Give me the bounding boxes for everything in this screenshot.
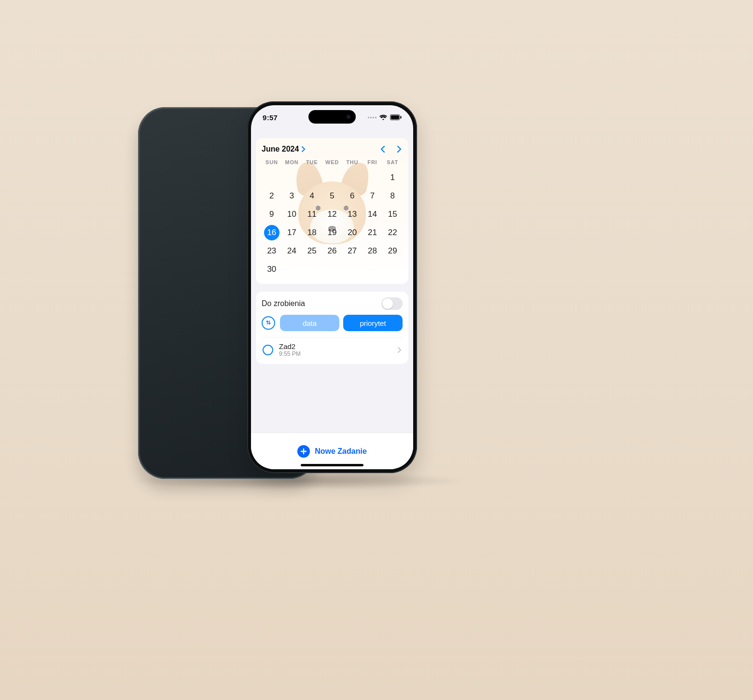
calendar-day[interactable]: 21: [363, 224, 383, 241]
camera-module: [147, 116, 237, 208]
calendar-dow: TUE: [302, 159, 322, 165]
sort-arrows-icon: [265, 319, 272, 327]
calendar-day[interactable]: 12: [322, 206, 342, 223]
calendar-day[interactable]: 11: [302, 206, 322, 223]
tasks-filters: data priorytet: [262, 315, 403, 331]
calendar-dow-row: SUNMONTUEWEDTHUFRISAT: [262, 159, 403, 165]
calendar-nav: [379, 145, 403, 154]
calendar-dow: FRI: [363, 159, 383, 165]
calendar-day[interactable]: 30: [262, 261, 282, 278]
add-task-button[interactable]: Nowe Zadanie: [297, 445, 367, 458]
calendar-day[interactable]: 10: [282, 206, 302, 223]
content: June 2024 SUNMONTUEWEDTHUFRISAT 12345678…: [251, 133, 413, 469]
calendar-day[interactable]: 13: [342, 206, 363, 223]
task-title: Zad2: [279, 342, 391, 350]
tasks-card: Do zrobienia data priorytet Zad29:55 PM: [256, 292, 408, 364]
chevron-right-icon: [301, 146, 306, 153]
calendar-day[interactable]: 20: [342, 224, 363, 241]
calendar-day[interactable]: 5: [322, 187, 342, 205]
calendar-day[interactable]: 22: [382, 224, 403, 241]
segmented-control: data priorytet: [280, 315, 403, 331]
calendar-day[interactable]: 14: [363, 206, 383, 223]
status-time: 9:57: [263, 113, 278, 122]
calendar-day[interactable]: 9: [262, 206, 282, 223]
calendar-month-label: June 2024: [262, 145, 299, 154]
calendar-day[interactable]: 7: [363, 187, 383, 205]
calendar-day[interactable]: 16: [264, 225, 279, 240]
task-row[interactable]: Zad29:55 PM: [262, 337, 403, 362]
calendar-day[interactable]: 6: [342, 187, 363, 205]
plus-circle-icon: [297, 445, 310, 458]
calendar-day[interactable]: 4: [302, 187, 322, 205]
tasks-header: Do zrobienia: [262, 297, 403, 310]
screen: 9:57: [251, 105, 413, 469]
camera-lens-icon: [154, 166, 189, 201]
sort-button[interactable]: [262, 316, 275, 330]
mic-dot-icon: [223, 183, 226, 186]
calendar-dow: THU: [342, 159, 363, 165]
front-camera-icon: [346, 114, 351, 119]
calendar-day[interactable]: 15: [382, 206, 403, 223]
calendar-day[interactable]: 24: [282, 242, 302, 260]
calendar-dow: WED: [322, 159, 342, 165]
calendar-day[interactable]: 2: [262, 187, 282, 205]
calendar-day[interactable]: 25: [302, 242, 322, 260]
task-time: 9:55 PM: [279, 350, 391, 357]
battery-icon: [390, 114, 402, 120]
chevron-right-icon: [397, 347, 402, 353]
tasks-section-title: Do zrobienia: [262, 299, 305, 308]
calendar-card: June 2024 SUNMONTUEWEDTHUFRISAT 12345678…: [256, 138, 408, 284]
status-right: [368, 114, 402, 120]
svg-rect-2: [400, 116, 401, 118]
cellular-dots-icon: [368, 117, 376, 118]
apple-logo-icon: [213, 282, 241, 318]
camera-lens-icon: [154, 123, 189, 157]
calendar-days-grid: 1234567891011121314151617181920212223242…: [262, 169, 403, 278]
svg-rect-1: [391, 115, 399, 120]
toggle-knob: [382, 298, 393, 309]
segment-data-button[interactable]: data: [280, 315, 339, 331]
calendar-day[interactable]: 26: [322, 242, 342, 260]
stage: 9:57: [0, 0, 753, 700]
calendar-day[interactable]: 28: [363, 242, 383, 260]
calendar-day[interactable]: 17: [282, 224, 302, 241]
calendar-dow: MON: [282, 159, 302, 165]
calendar-day[interactable]: 3: [282, 187, 302, 205]
calendar-day[interactable]: 27: [342, 242, 363, 260]
calendar-day[interactable]: 23: [262, 242, 282, 260]
calendar-day[interactable]: 1: [382, 169, 403, 186]
tasks-toggle[interactable]: [381, 297, 403, 310]
camera-lens-icon: [194, 145, 229, 180]
dynamic-island: [308, 110, 356, 124]
calendar-header: June 2024: [262, 145, 403, 154]
segment-priority-button[interactable]: priorytet: [343, 315, 403, 331]
calendar-next-button[interactable]: [396, 145, 403, 154]
wifi-icon: [379, 114, 387, 120]
calendar-day[interactable]: 29: [382, 242, 403, 260]
calendar-dow: SAT: [382, 159, 403, 165]
calendar-month-selector[interactable]: June 2024: [262, 145, 306, 154]
flash-icon: [207, 125, 221, 139]
calendar-day[interactable]: 8: [382, 187, 403, 205]
add-task-label: Nowe Zadanie: [315, 447, 367, 456]
phone-front-mockup: 9:57: [247, 101, 417, 473]
calendar-dow: SUN: [262, 159, 282, 165]
calendar-day[interactable]: 18: [302, 224, 322, 241]
calendar-prev-button[interactable]: [379, 145, 386, 154]
calendar-day[interactable]: 19: [322, 224, 342, 241]
task-list: Zad29:55 PM: [262, 337, 403, 362]
task-body: Zad29:55 PM: [279, 342, 391, 357]
task-checkbox[interactable]: [263, 345, 273, 355]
home-indicator[interactable]: [301, 464, 363, 466]
